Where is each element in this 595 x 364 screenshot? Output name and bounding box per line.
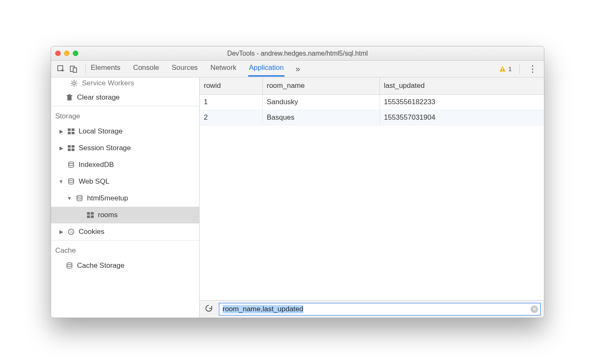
storage-tree: ▶ Local Storage ▶ Session Storage Indexe…: [51, 123, 199, 240]
trash-icon: [66, 94, 73, 101]
devtools-toolbar: Elements Console Sources Network Applica…: [51, 61, 544, 77]
cell-rowid: 2: [200, 110, 262, 126]
chevron-down-icon: ▼: [59, 179, 64, 185]
devtools-window: DevTools - andrew.hedges.name/html5/sql.…: [51, 46, 544, 318]
svg-point-34: [72, 231, 72, 232]
sidebar-item-local-storage[interactable]: ▶ Local Storage: [51, 123, 199, 140]
svg-rect-28: [87, 212, 90, 215]
svg-point-27: [77, 195, 82, 197]
sidebar-item-service-workers[interactable]: Service Workers: [51, 77, 199, 89]
more-tabs-icon[interactable]: »: [295, 64, 300, 74]
gear-icon: [70, 79, 78, 87]
column-header[interactable]: rowid: [200, 77, 262, 95]
svg-point-33: [70, 231, 71, 231]
svg-rect-16: [69, 94, 70, 95]
main-panel: rowid room_name last_updated 1 Sandusky …: [200, 77, 544, 318]
svg-rect-4: [502, 70, 503, 71]
maximize-window-icon[interactable]: [73, 51, 78, 56]
table-row[interactable]: 1 Sandusky 1553556182233: [200, 95, 544, 110]
cell-last-updated: 1553557031904: [380, 110, 544, 126]
sidebar-item-label: Web SQL: [79, 177, 109, 186]
warnings-count: 1: [508, 65, 512, 72]
sidebar-item-label: Session Storage: [79, 144, 131, 152]
grid-icon: [68, 145, 74, 151]
grid-icon: [68, 128, 74, 134]
cell-last-updated: 1553556182233: [380, 95, 544, 110]
svg-rect-23: [68, 149, 71, 151]
database-icon: [68, 161, 74, 168]
window-title: DevTools - andrew.hedges.name/html5/sql.…: [51, 50, 544, 57]
sidebar-item-label: rooms: [98, 211, 118, 219]
svg-rect-20: [72, 132, 74, 134]
sidebar-item-database[interactable]: ▼ html5meetup: [51, 190, 199, 207]
refresh-icon[interactable]: [203, 302, 215, 315]
panel-tabs: Elements Console Sources Network Applica…: [90, 61, 285, 77]
database-icon: [68, 178, 74, 185]
data-table: rowid room_name last_updated 1 Sandusky …: [200, 77, 544, 300]
svg-rect-29: [91, 212, 94, 215]
sidebar-item-label: Cookies: [79, 228, 104, 236]
svg-point-37: [67, 263, 72, 264]
svg-rect-30: [87, 215, 90, 218]
tab-network[interactable]: Network: [210, 61, 237, 77]
tab-application[interactable]: Application: [248, 61, 285, 77]
database-icon: [66, 262, 73, 269]
query-bar: ✕: [200, 300, 544, 318]
database-icon: [76, 195, 83, 202]
svg-rect-24: [72, 149, 74, 151]
toolbar-separator: [85, 64, 86, 74]
application-sidebar: Service Workers Clear storage Storage ▶ …: [51, 77, 200, 318]
settings-menu-icon[interactable]: ⋮: [524, 64, 541, 74]
chevron-right-icon: ▶: [59, 145, 64, 151]
tab-elements[interactable]: Elements: [90, 61, 121, 77]
svg-rect-14: [67, 96, 72, 100]
sidebar-item-label: Service Workers: [82, 79, 134, 87]
tab-sources[interactable]: Sources: [171, 61, 198, 77]
minimize-window-icon[interactable]: [64, 51, 69, 56]
svg-point-5: [73, 82, 75, 85]
sql-query-input[interactable]: [219, 303, 541, 315]
sidebar-item-label: IndexedDB: [79, 161, 114, 169]
svg-line-11: [76, 85, 77, 86]
svg-rect-2: [73, 68, 77, 72]
sidebar-item-label: html5meetup: [87, 194, 128, 203]
sidebar-item-label: Local Storage: [79, 127, 123, 136]
tab-console[interactable]: Console: [132, 61, 160, 77]
svg-line-10: [72, 81, 72, 82]
grid-icon: [87, 212, 94, 218]
clear-input-icon[interactable]: ✕: [531, 305, 538, 313]
sidebar-item-session-storage[interactable]: ▶ Session Storage: [51, 140, 199, 156]
cell-room-name: Sandusky: [262, 95, 380, 110]
device-toolbar-icon[interactable]: [69, 65, 78, 73]
sidebar-item-cache-storage[interactable]: Cache Storage: [51, 257, 199, 274]
svg-rect-18: [72, 128, 74, 131]
svg-rect-22: [72, 145, 74, 148]
column-header[interactable]: last_updated: [380, 77, 544, 95]
close-window-icon[interactable]: [55, 51, 61, 56]
svg-line-13: [76, 81, 77, 82]
chevron-down-icon: ▼: [67, 195, 72, 201]
sidebar-item-indexed-db[interactable]: IndexedDB: [51, 156, 199, 173]
table-header-row: rowid room_name last_updated: [200, 77, 544, 95]
svg-line-12: [72, 85, 72, 86]
chevron-right-icon: ▶: [59, 229, 64, 235]
svg-rect-3: [502, 68, 503, 70]
table-row[interactable]: 2 Basques 1553557031904: [200, 110, 544, 126]
sidebar-item-cookies[interactable]: ▶ Cookies: [51, 223, 199, 240]
titlebar: DevTools - andrew.hedges.name/html5/sql.…: [51, 46, 544, 61]
svg-rect-31: [91, 215, 94, 218]
sidebar-item-table-selected[interactable]: rooms: [51, 207, 199, 223]
column-header[interactable]: room_name: [262, 77, 380, 95]
svg-point-25: [69, 162, 74, 164]
inspect-element-icon[interactable]: [57, 65, 65, 73]
sidebar-item-label: Cache Storage: [77, 261, 124, 270]
svg-point-36: [72, 233, 73, 233]
window-controls: [55, 51, 78, 56]
sidebar-item-label: Clear storage: [77, 93, 120, 102]
svg-rect-19: [68, 132, 71, 134]
svg-rect-17: [68, 128, 71, 131]
warnings-indicator[interactable]: 1: [499, 65, 515, 72]
sidebar-item-web-sql[interactable]: ▼ Web SQL: [51, 173, 199, 190]
sidebar-item-clear-storage[interactable]: Clear storage: [51, 89, 199, 106]
chevron-right-icon: ▶: [59, 128, 64, 134]
